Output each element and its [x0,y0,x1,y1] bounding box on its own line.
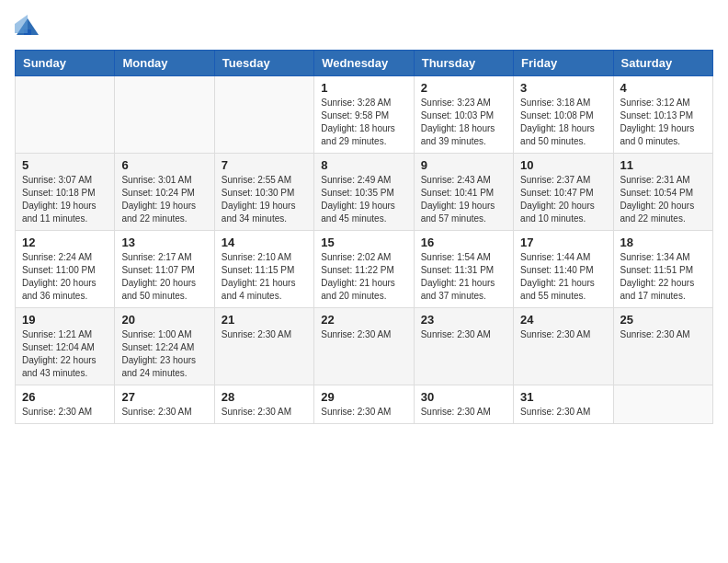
day-info: Sunrise: 2:30 AM [321,328,406,341]
calendar-cell: 8Sunrise: 2:49 AM Sunset: 10:35 PM Dayli… [314,154,414,231]
day-info: Sunrise: 2:30 AM [22,406,108,419]
day-number: 18 [620,236,706,249]
calendar-cell: 27Sunrise: 2:30 AM [115,385,214,424]
day-info: Sunrise: 2:43 AM Sunset: 10:41 PM Daylig… [421,174,506,225]
day-number: 22 [321,313,406,327]
calendar-cell [214,76,313,154]
calendar-cell: 5Sunrise: 3:07 AM Sunset: 10:18 PM Dayli… [16,154,115,231]
calendar-header-friday: Friday [514,51,613,76]
calendar-cell: 1Sunrise: 3:28 AM Sunset: 9:58 PM Daylig… [314,76,414,154]
calendar-week-1: 1Sunrise: 3:28 AM Sunset: 9:58 PM Daylig… [16,76,713,154]
day-number: 27 [121,390,207,404]
day-number: 26 [22,390,108,404]
day-info: Sunrise: 2:30 AM [421,406,506,419]
calendar-table: SundayMondayTuesdayWednesdayThursdayFrid… [15,50,713,424]
calendar-cell [115,76,214,154]
day-number: 14 [222,236,307,249]
day-number: 11 [620,158,706,172]
calendar-cell: 22Sunrise: 2:30 AM [314,308,414,385]
day-number: 3 [520,81,606,95]
day-info: Sunrise: 2:30 AM [520,406,606,419]
calendar-cell: 4Sunrise: 3:12 AM Sunset: 10:13 PM Dayli… [613,76,712,154]
day-info: Sunrise: 2:02 AM Sunset: 11:22 PM Daylig… [321,251,406,303]
calendar-cell: 3Sunrise: 3:18 AM Sunset: 10:08 PM Dayli… [514,76,613,154]
calendar-cell: 11Sunrise: 2:31 AM Sunset: 10:54 PM Dayl… [613,154,712,231]
day-number: 1 [321,81,406,95]
logo-icon [15,15,40,40]
calendar-cell: 26Sunrise: 2:30 AM [16,385,115,424]
calendar-cell: 29Sunrise: 2:30 AM [314,385,414,424]
calendar-week-2: 5Sunrise: 3:07 AM Sunset: 10:18 PM Dayli… [16,154,713,231]
day-number: 19 [22,313,108,327]
day-info: Sunrise: 2:30 AM [222,328,307,341]
day-info: Sunrise: 2:30 AM [222,406,307,419]
calendar-cell: 14Sunrise: 2:10 AM Sunset: 11:15 PM Dayl… [214,231,313,308]
calendar-cell: 2Sunrise: 3:23 AM Sunset: 10:03 PM Dayli… [414,76,513,154]
calendar-cell: 19Sunrise: 1:21 AM Sunset: 12:04 AM Dayl… [16,308,115,385]
calendar-cell: 12Sunrise: 2:24 AM Sunset: 11:00 PM Dayl… [16,231,115,308]
day-number: 30 [421,390,506,404]
day-info: Sunrise: 1:54 AM Sunset: 11:31 PM Daylig… [421,251,506,303]
day-number: 2 [421,81,506,95]
day-number: 31 [520,390,606,404]
calendar-cell: 6Sunrise: 3:01 AM Sunset: 10:24 PM Dayli… [115,154,214,231]
calendar-cell: 25Sunrise: 2:30 AM [613,308,712,385]
page-header [15,15,713,40]
calendar-cell: 20Sunrise: 1:00 AM Sunset: 12:24 AM Dayl… [115,308,214,385]
day-info: Sunrise: 3:07 AM Sunset: 10:18 PM Daylig… [22,174,108,225]
day-info: Sunrise: 3:01 AM Sunset: 10:24 PM Daylig… [121,174,207,225]
day-info: Sunrise: 3:12 AM Sunset: 10:13 PM Daylig… [620,97,706,148]
day-number: 28 [222,390,307,404]
day-number: 24 [520,313,606,327]
calendar-week-5: 26Sunrise: 2:30 AM27Sunrise: 2:30 AM28Su… [16,385,713,424]
day-number: 20 [121,313,207,327]
calendar-week-3: 12Sunrise: 2:24 AM Sunset: 11:00 PM Dayl… [16,231,713,308]
day-info: Sunrise: 2:31 AM Sunset: 10:54 PM Daylig… [620,174,706,225]
day-info: Sunrise: 2:37 AM Sunset: 10:47 PM Daylig… [520,174,606,225]
day-number: 21 [222,313,307,327]
day-number: 8 [321,158,406,172]
calendar-cell: 31Sunrise: 2:30 AM [514,385,613,424]
day-info: Sunrise: 3:23 AM Sunset: 10:03 PM Daylig… [421,97,506,148]
day-info: Sunrise: 2:30 AM [121,406,207,419]
day-number: 9 [421,158,506,172]
day-number: 16 [421,236,506,249]
calendar-cell: 18Sunrise: 1:34 AM Sunset: 11:51 PM Dayl… [613,231,712,308]
calendar-cell: 7Sunrise: 2:55 AM Sunset: 10:30 PM Dayli… [214,154,313,231]
day-info: Sunrise: 3:28 AM Sunset: 9:58 PM Dayligh… [321,97,406,148]
day-number: 25 [620,313,706,327]
calendar-cell: 16Sunrise: 1:54 AM Sunset: 11:31 PM Dayl… [414,231,513,308]
calendar-cell: 15Sunrise: 2:02 AM Sunset: 11:22 PM Dayl… [314,231,414,308]
day-number: 10 [520,158,606,172]
calendar-cell: 21Sunrise: 2:30 AM [214,308,313,385]
day-info: Sunrise: 2:24 AM Sunset: 11:00 PM Daylig… [22,251,108,303]
calendar-header-thursday: Thursday [414,51,513,76]
day-info: Sunrise: 2:30 AM [620,328,706,341]
calendar-cell [16,76,115,154]
day-number: 5 [22,158,108,172]
calendar-header-wednesday: Wednesday [314,51,414,76]
day-number: 6 [121,158,207,172]
day-number: 17 [520,236,606,249]
day-number: 29 [321,390,406,404]
day-info: Sunrise: 3:18 AM Sunset: 10:08 PM Daylig… [520,97,606,148]
day-number: 15 [321,236,406,249]
day-info: Sunrise: 2:30 AM [321,406,406,419]
calendar-cell: 17Sunrise: 1:44 AM Sunset: 11:40 PM Dayl… [514,231,613,308]
day-number: 13 [121,236,207,249]
logo [15,15,44,40]
day-number: 7 [222,158,307,172]
day-info: Sunrise: 1:44 AM Sunset: 11:40 PM Daylig… [520,251,606,303]
day-info: Sunrise: 2:30 AM [421,328,506,341]
day-info: Sunrise: 2:55 AM Sunset: 10:30 PM Daylig… [222,174,307,225]
calendar-cell [613,385,712,424]
calendar-cell: 9Sunrise: 2:43 AM Sunset: 10:41 PM Dayli… [414,154,513,231]
day-info: Sunrise: 1:34 AM Sunset: 11:51 PM Daylig… [620,251,706,303]
day-number: 12 [22,236,108,249]
calendar-header-tuesday: Tuesday [214,51,313,76]
calendar-header-monday: Monday [115,51,214,76]
day-number: 4 [620,81,706,95]
calendar-header-saturday: Saturday [613,51,712,76]
calendar-cell: 30Sunrise: 2:30 AM [414,385,513,424]
calendar-header-row: SundayMondayTuesdayWednesdayThursdayFrid… [16,51,713,76]
